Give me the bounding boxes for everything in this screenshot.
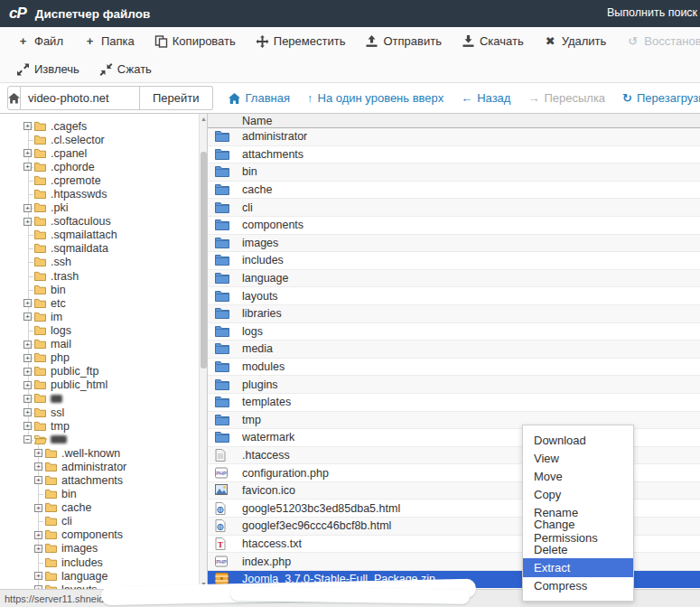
tree-item[interactable]: +php xyxy=(0,351,207,365)
tree-expander-icon[interactable]: + xyxy=(23,299,32,307)
toolbar-button-copy[interactable]: Копировать xyxy=(154,34,236,48)
tree-expander-icon[interactable]: + xyxy=(23,422,32,430)
tree-item[interactable]: .sqmaildata xyxy=(0,242,207,256)
file-row[interactable]: libraries xyxy=(208,305,700,323)
toolbar-button-extract[interactable]: Извлечь xyxy=(16,62,79,76)
tree-item[interactable]: +im xyxy=(0,310,207,323)
tree-expander-icon[interactable]: + xyxy=(34,504,42,512)
file-row[interactable]: templates xyxy=(208,394,700,412)
tree-expander-icon[interactable]: − xyxy=(23,435,32,444)
tree-item[interactable]: + xyxy=(0,392,207,406)
tree-item[interactable]: +ssl xyxy=(0,406,207,419)
tree-item[interactable]: +.well-known xyxy=(0,446,207,460)
tree-item[interactable]: .sqmailattach xyxy=(0,229,207,242)
tree-item[interactable]: .ssh xyxy=(0,256,207,269)
file-row[interactable]: plugins xyxy=(208,376,700,394)
tree-item[interactable]: logs xyxy=(0,323,207,337)
search-link[interactable]: Выполнить поиск xyxy=(607,6,697,19)
tree-expander-icon[interactable]: + xyxy=(23,122,32,130)
tree-item[interactable]: +.cphorde xyxy=(0,160,207,173)
tree-expander-icon[interactable]: + xyxy=(34,545,42,553)
context-menu-item-compress[interactable]: Compress xyxy=(523,577,633,595)
nav-link-back-arrow[interactable]: ←Назад xyxy=(461,91,510,105)
tree-expander-icon[interactable]: + xyxy=(23,395,32,403)
context-menu-item-copy[interactable]: Copy xyxy=(523,486,633,504)
list-header[interactable]: Name xyxy=(208,114,700,128)
tree-item[interactable]: +administrator xyxy=(0,460,207,473)
tree-expander-icon[interactable]: + xyxy=(34,462,42,471)
context-menu-item-move[interactable]: Move xyxy=(523,467,633,485)
tree-item[interactable]: cli xyxy=(0,515,207,528)
tree-expander-icon[interactable]: + xyxy=(23,408,32,416)
file-row[interactable]: language xyxy=(208,270,700,288)
tree-expander-icon[interactable]: + xyxy=(34,572,42,580)
toolbar-button-folder-plus[interactable]: +Папка xyxy=(83,34,135,48)
file-row[interactable]: layouts xyxy=(208,287,700,305)
tree-item[interactable]: +public_html xyxy=(0,378,207,392)
file-row[interactable]: bin xyxy=(208,163,700,182)
toolbar-button-download[interactable]: Скачать xyxy=(462,34,524,48)
tree-item[interactable]: +cache xyxy=(0,501,207,515)
tree-expander-icon[interactable]: + xyxy=(34,531,42,539)
file-row[interactable]: administrator xyxy=(208,128,700,146)
file-row[interactable]: media xyxy=(208,341,700,359)
tree-item[interactable]: .trash xyxy=(0,269,207,283)
tree-expander-icon[interactable]: + xyxy=(23,368,32,376)
context-menu-item-change-permissions[interactable]: Change Permissions xyxy=(523,522,633,540)
tree-item[interactable]: − xyxy=(0,433,207,446)
tree-item[interactable]: +attachments xyxy=(0,473,207,487)
tree-item[interactable]: bin xyxy=(0,283,207,296)
context-menu-item-view[interactable]: View xyxy=(523,449,633,467)
column-header-name[interactable]: Name xyxy=(242,115,272,127)
tree-expander-icon[interactable]: + xyxy=(34,476,42,484)
tree-item[interactable]: +.cagefs xyxy=(0,119,207,133)
tree-expander-icon[interactable]: + xyxy=(23,149,32,157)
toolbar-button-move[interactable]: Переместить xyxy=(256,34,346,48)
file-row[interactable]: cache xyxy=(208,182,700,200)
tree-item[interactable]: +components xyxy=(0,528,207,542)
toolbar-button-delete[interactable]: ✖Удалить xyxy=(544,34,607,48)
toolbar-button-upload[interactable]: Отправить xyxy=(365,34,441,48)
tree-item[interactable]: +.cpanel xyxy=(0,146,207,160)
tree-item[interactable]: +language xyxy=(0,569,207,583)
tree-item[interactable]: +public_ftp xyxy=(0,365,207,378)
tree-item[interactable]: +mail xyxy=(0,338,207,351)
tree-item[interactable]: .htpasswds xyxy=(0,187,207,201)
tree-expander-icon[interactable]: + xyxy=(23,341,32,349)
nav-link-reload[interactable]: ↻Перезагрузка xyxy=(622,91,700,105)
tree-item[interactable]: +etc xyxy=(0,296,207,310)
nav-link-home[interactable]: Главная xyxy=(228,91,290,105)
toolbar-button-file-plus[interactable]: +Файл xyxy=(16,34,63,48)
tree-expander-icon[interactable]: + xyxy=(23,218,32,226)
context-menu-item-download[interactable]: Download xyxy=(523,431,633,449)
tree-expander-icon[interactable]: + xyxy=(34,449,42,457)
tree-expander-icon[interactable]: + xyxy=(23,204,32,212)
tree-item[interactable]: +.softaculous xyxy=(0,215,207,229)
tree-item[interactable]: +tmp xyxy=(0,419,207,433)
context-menu-item-extract[interactable]: Extract xyxy=(523,558,633,576)
scroll-up-icon[interactable]: ▲ xyxy=(200,116,208,122)
file-row[interactable]: modules xyxy=(208,359,700,377)
tree-item[interactable]: +images xyxy=(0,542,207,556)
file-row[interactable]: attachments xyxy=(208,146,700,164)
tree-item[interactable]: +.pki xyxy=(0,201,207,215)
tree-expander-icon[interactable]: + xyxy=(23,313,32,321)
file-row[interactable]: includes xyxy=(208,252,700,270)
tree-expander-icon[interactable]: + xyxy=(23,163,32,171)
file-row[interactable]: logs xyxy=(208,323,700,341)
toolbar-button-compress[interactable]: Сжать xyxy=(99,62,152,76)
tree-item[interactable]: bin xyxy=(0,488,207,501)
tree-expander-icon[interactable]: + xyxy=(23,354,32,362)
file-row[interactable]: cli xyxy=(208,199,700,217)
tree-item[interactable]: .cpremote xyxy=(0,173,207,187)
nav-link-up-level[interactable]: ↑На один уровень вверх xyxy=(307,91,443,105)
tree-item[interactable]: includes xyxy=(0,556,207,569)
file-row[interactable]: components xyxy=(208,217,700,235)
tree-scrollbar[interactable]: ▲ ▼ xyxy=(199,114,207,589)
tree-expander-icon[interactable]: + xyxy=(23,381,32,389)
file-row[interactable]: images xyxy=(208,235,700,253)
go-button[interactable]: Перейти xyxy=(140,86,213,110)
scrollbar-thumb[interactable] xyxy=(201,152,207,369)
home-path-button[interactable] xyxy=(7,86,21,110)
tree-item[interactable]: .cl.selector xyxy=(0,133,207,146)
